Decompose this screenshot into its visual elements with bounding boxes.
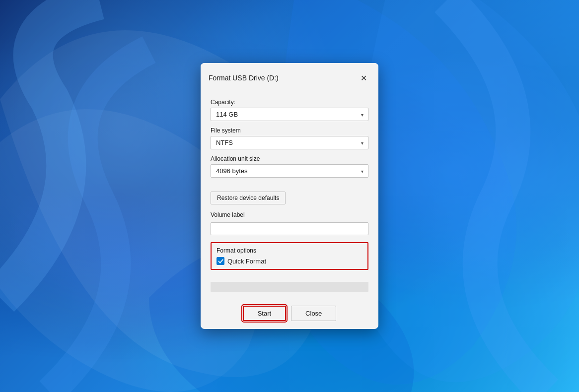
close-window-button[interactable]: ✕ <box>357 71 370 85</box>
allocation-unit-dropdown-wrapper: 512 bytes 1024 bytes 2048 bytes 4096 byt… <box>211 164 368 178</box>
format-options-box: Format options Quick Format <box>211 242 368 270</box>
dialog-backdrop: Format USB Drive (D:) ✕ Capacity: 114 GB… <box>0 0 579 392</box>
capacity-dropdown-wrapper: 114 GB ▾ <box>211 108 368 121</box>
restore-defaults-button[interactable]: Restore device defaults <box>211 192 286 204</box>
dialog-title: Format USB Drive (D:) <box>209 74 279 82</box>
quick-format-row: Quick Format <box>217 257 362 265</box>
file-system-dropdown[interactable]: NTFS FAT32 exFAT <box>211 136 368 149</box>
volume-label-label: Volume label <box>211 211 368 218</box>
close-button[interactable]: Close <box>291 306 336 321</box>
file-system-dropdown-wrapper: NTFS FAT32 exFAT ▾ <box>211 136 368 149</box>
restore-defaults-wrapper: Restore device defaults <box>211 185 368 204</box>
dialog-titlebar: Format USB Drive (D:) ✕ <box>201 63 378 89</box>
allocation-unit-label: Allocation unit size <box>211 155 368 162</box>
volume-label-input[interactable] <box>211 222 368 235</box>
capacity-dropdown[interactable]: 114 GB <box>211 108 368 121</box>
format-options-legend: Format options <box>217 247 362 254</box>
file-system-label: File system <box>211 127 368 134</box>
spacer-1 <box>211 274 368 278</box>
quick-format-checkbox[interactable] <box>217 257 224 265</box>
dialog-body: Capacity: 114 GB ▾ File system NTFS FAT3… <box>201 89 378 300</box>
dialog-footer: Start Close <box>201 300 378 329</box>
start-button[interactable]: Start <box>243 306 286 321</box>
capacity-label: Capacity: <box>211 99 368 106</box>
quick-format-label: Quick Format <box>227 258 266 265</box>
allocation-unit-dropdown[interactable]: 512 bytes 1024 bytes 2048 bytes 4096 byt… <box>211 164 368 178</box>
progress-bar-area <box>211 282 368 292</box>
format-dialog: Format USB Drive (D:) ✕ Capacity: 114 GB… <box>201 63 378 329</box>
